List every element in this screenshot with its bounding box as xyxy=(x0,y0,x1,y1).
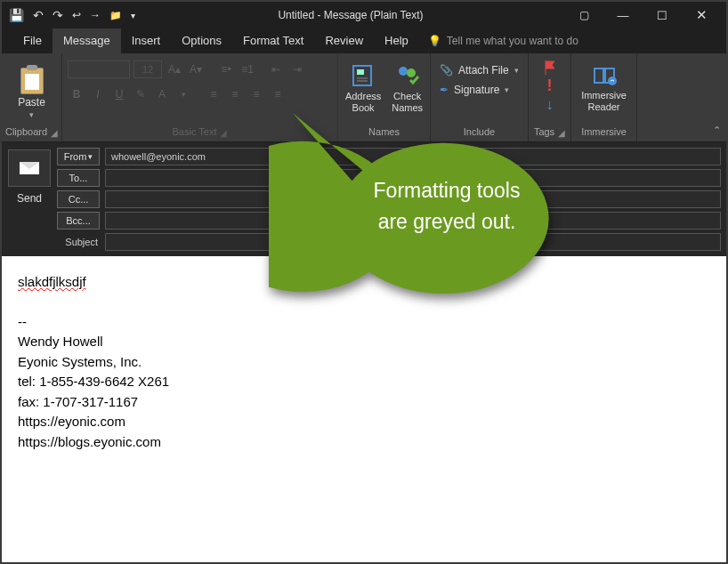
minimize-icon[interactable]: — xyxy=(605,9,641,22)
align-right-icon: ≡ xyxy=(247,85,265,103)
align-left-icon: ≡ xyxy=(205,85,222,103)
svg-point-5 xyxy=(407,68,416,77)
bold-icon: B xyxy=(68,85,85,103)
follow-up-flag-icon[interactable] xyxy=(544,60,556,75)
high-importance-icon[interactable]: ! xyxy=(547,77,553,95)
immersive-reader-icon xyxy=(591,63,618,88)
font-color-icon: A xyxy=(153,85,171,103)
ribbon-display-icon[interactable]: ▢ xyxy=(566,9,602,21)
close-icon[interactable]: ✕ xyxy=(684,7,719,23)
tab-insert[interactable]: Insert xyxy=(121,28,172,53)
signature-url2: https://blogs.eyonic.com xyxy=(18,432,710,453)
svg-rect-0 xyxy=(353,66,371,85)
signature-fax: fax: 1-707-317-1167 xyxy=(18,392,710,413)
envelope-icon xyxy=(20,162,39,174)
svg-point-4 xyxy=(399,67,408,76)
bcc-input[interactable] xyxy=(105,212,721,230)
paperclip-icon: 📎 xyxy=(440,64,453,77)
undo-icon[interactable]: ↶ xyxy=(33,8,44,22)
subject-input[interactable] xyxy=(105,233,721,251)
clipboard-launcher-icon[interactable]: ◢ xyxy=(51,128,58,138)
menubar: File Message Insert Options Format Text … xyxy=(2,28,726,53)
message-body[interactable]: slakdfjlksdjf -- Wendy Howell Eyonic Sys… xyxy=(2,256,726,562)
group-label-basic-text: Basic Text xyxy=(173,126,217,140)
basic-text-group: 12 A▴ A▾ ≡• ≡1 ⇤ ⇥ B I U ✎ A ▾ xyxy=(62,53,338,141)
send-label: Send xyxy=(17,192,42,205)
font-family-select xyxy=(68,60,130,78)
compose-header: Send From▾ whowell@eyonic.com To... Cc..… xyxy=(2,142,726,256)
svg-rect-1 xyxy=(357,69,364,75)
signature-icon: ✒ xyxy=(440,84,449,96)
shrink-font-icon: A▾ xyxy=(187,60,205,78)
titlebar: 💾 ↶ ↷ ↩ → 📁 ▾ Untitled - Message (Plain … xyxy=(2,2,726,28)
indent-icon: ⇥ xyxy=(288,60,306,78)
clipboard-icon xyxy=(20,68,44,94)
tab-message[interactable]: Message xyxy=(53,28,121,53)
from-value: whowell@eyonic.com xyxy=(105,148,721,165)
save-icon[interactable]: 💾 xyxy=(9,8,24,22)
group-label-clipboard: Clipboard xyxy=(5,126,47,140)
bcc-button[interactable]: Bcc... xyxy=(57,212,100,230)
signature-url1: https://eyonic.com xyxy=(18,412,710,432)
numbering-icon: ≡1 xyxy=(239,60,256,78)
signature-tel: tel: 1-855-439-6642 X261 xyxy=(18,372,710,392)
group-label-immersive: Immersive xyxy=(577,126,631,140)
svg-point-6 xyxy=(608,77,617,85)
group-label-tags: Tags xyxy=(534,126,554,140)
to-input[interactable] xyxy=(105,169,721,187)
outdent-icon: ⇤ xyxy=(267,60,285,78)
signature-company: Eyonic Systems, Inc. xyxy=(18,352,710,373)
maximize-icon[interactable]: ☐ xyxy=(644,9,680,22)
grow-font-icon: A▴ xyxy=(166,60,183,78)
address-book-button[interactable]: Address Book xyxy=(343,62,384,113)
signature-name: Wendy Howell xyxy=(18,332,710,352)
group-label-include: Include xyxy=(436,126,522,140)
underline-icon: U xyxy=(110,85,128,103)
lightbulb-icon: 💡 xyxy=(428,35,441,47)
to-button[interactable]: To... xyxy=(57,169,100,187)
low-importance-icon[interactable]: ↓ xyxy=(546,97,554,113)
tab-options[interactable]: Options xyxy=(171,28,232,53)
paste-button[interactable]: Paste ▾ xyxy=(7,57,56,119)
align-center-icon: ≡ xyxy=(226,85,244,103)
collapse-ribbon-icon[interactable]: ⌃ xyxy=(713,125,721,136)
from-button[interactable]: From▾ xyxy=(57,148,100,165)
send-button[interactable] xyxy=(8,149,51,187)
tab-help[interactable]: Help xyxy=(374,28,419,53)
tags-launcher-icon[interactable]: ◢ xyxy=(558,128,565,138)
basic-text-launcher-icon: ◢ xyxy=(220,128,227,138)
group-label-names: Names xyxy=(344,126,425,140)
qat-reply-icon[interactable]: ↩ xyxy=(72,9,81,21)
check-names-icon xyxy=(394,62,421,89)
signature-separator: -- xyxy=(18,312,710,333)
check-names-button[interactable]: Check Names xyxy=(389,62,425,113)
window-title: Untitled - Message (Plain Text) xyxy=(135,9,566,21)
subject-label: Subject xyxy=(57,237,100,247)
tab-format-text[interactable]: Format Text xyxy=(232,28,314,53)
tell-me-search[interactable]: 💡 Tell me what you want to do xyxy=(428,35,578,47)
highlight-icon: ✎ xyxy=(132,85,150,103)
cc-button[interactable]: Cc... xyxy=(57,190,100,208)
typed-text: slakdfjlksdjf xyxy=(18,274,86,289)
bullets-icon: ≡• xyxy=(217,60,235,78)
cc-input[interactable] xyxy=(105,190,721,208)
ribbon: Paste ▾ Clipboard◢ 12 A▴ A▾ ≡• ≡1 ⇤ ⇥ xyxy=(2,53,726,142)
tab-review[interactable]: Review xyxy=(314,28,374,53)
qat-folder-icon[interactable]: 📁 xyxy=(109,10,122,21)
address-book-icon xyxy=(350,62,376,89)
attach-file-button[interactable]: 📎 Attach File ▾ xyxy=(436,60,522,80)
tab-file[interactable]: File xyxy=(12,28,53,53)
immersive-reader-button[interactable]: Immersive Reader xyxy=(577,57,631,119)
redo-icon[interactable]: ↷ xyxy=(53,8,63,22)
qat-forward-icon[interactable]: → xyxy=(90,9,101,21)
font-size-select: 12 xyxy=(133,60,162,78)
align-justify-icon: ≡ xyxy=(269,85,287,103)
italic-icon: I xyxy=(89,85,107,103)
signature-button[interactable]: ✒ Signature ▾ xyxy=(436,80,522,100)
